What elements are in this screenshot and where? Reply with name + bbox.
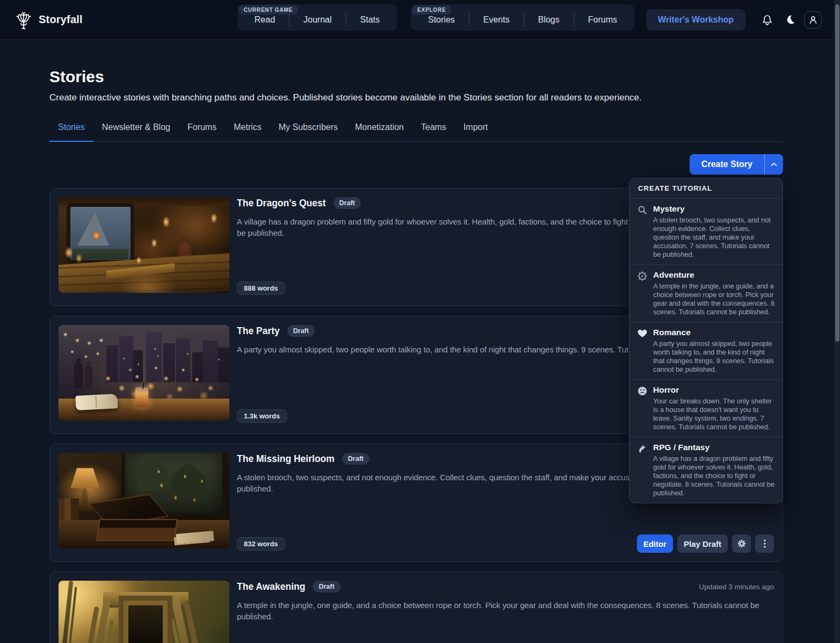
writers-workshop-button[interactable]: Writer's Workshop	[646, 9, 745, 31]
dropdown-item-rpg-fantasy[interactable]: RPG / Fantasy A village has a dragon pro…	[629, 437, 783, 503]
word-count-badge: 1.3k words	[237, 409, 287, 423]
draft-badge: Draft	[342, 453, 370, 465]
updated-timestamp: Updated 3 minutes ago	[699, 583, 774, 591]
nav-item-forums[interactable]: Forums	[574, 13, 631, 26]
magnifier-icon	[638, 205, 647, 259]
word-count-badge: 832 words	[237, 537, 285, 551]
bell-icon[interactable]	[762, 14, 773, 26]
word-count-badge: 888 words	[237, 281, 285, 295]
tab-stories[interactable]: Stories	[49, 122, 93, 141]
tab-newsletter-blog[interactable]: Newsletter & Blog	[93, 122, 179, 141]
dropdown-item-title: RPG / Fantasy	[653, 442, 776, 452]
nav-group-label: EXPLORE	[412, 5, 451, 15]
chevron-up-icon	[771, 162, 777, 167]
dropdown-item-description: A stolen brooch, two suspects, and not e…	[653, 216, 776, 259]
page-scrollbar-track[interactable]	[834, 0, 840, 643]
dropdown-item-adventure[interactable]: Adventure A temple in the jungle, one gu…	[629, 264, 783, 322]
page-subtitle: Create interactive stories with branchin…	[49, 92, 783, 103]
create-story-button[interactable]: Create Story	[690, 154, 764, 175]
nav-group-current-game: CURRENT GAME Read Journal Stats	[237, 4, 397, 31]
dropdown-item-title: Horror	[653, 385, 776, 395]
more-options-kebab-button[interactable]	[755, 534, 774, 553]
dropdown-item-title: Romance	[653, 327, 776, 337]
draft-badge: Draft	[313, 581, 340, 593]
story-card[interactable]: The Awakening Draft Updated 3 minutes ag…	[49, 572, 783, 643]
dropdown-item-romance[interactable]: Romance A party you almost skipped, two …	[629, 322, 783, 379]
tab-import[interactable]: Import	[455, 122, 496, 141]
user-menu-button[interactable]	[804, 11, 822, 28]
nav-item-events[interactable]: Events	[469, 13, 524, 26]
tab-bar: Stories Newsletter & Blog Forums Metrics…	[49, 122, 783, 142]
dropdown-header: CREATE TUTORIAL	[629, 178, 783, 199]
brand-name: Storyfall	[39, 13, 83, 26]
brand[interactable]: Storyfall	[15, 10, 83, 30]
story-title[interactable]: The Party	[237, 326, 280, 337]
story-title[interactable]: The Missing Heirloom	[237, 453, 335, 465]
nav-item-read[interactable]: Read	[241, 13, 289, 26]
create-story-menu-toggle[interactable]	[764, 154, 783, 175]
nav-item-journal[interactable]: Journal	[289, 13, 345, 26]
dropdown-item-description: A party you almost skipped, two people w…	[653, 339, 776, 374]
editor-button[interactable]: Editor	[637, 534, 673, 553]
story-title[interactable]: The Awakening	[237, 581, 305, 593]
tab-forums[interactable]: Forums	[179, 122, 225, 141]
tab-metrics[interactable]: Metrics	[225, 122, 270, 141]
dropdown-item-title: Adventure	[653, 270, 776, 280]
story-title[interactable]: The Dragon's Quest	[237, 198, 326, 209]
heart-icon	[638, 329, 647, 374]
draft-badge: Draft	[287, 325, 315, 337]
frown-face-icon	[638, 386, 647, 431]
nav-item-blogs[interactable]: Blogs	[524, 13, 574, 26]
tab-my-subscribers[interactable]: My Subscribers	[270, 122, 346, 141]
tab-teams[interactable]: Teams	[412, 122, 455, 141]
dragon-icon	[638, 444, 647, 497]
page-actions-row: Create Story	[49, 154, 783, 175]
nav-item-stories[interactable]: Stories	[414, 13, 469, 26]
dropdown-item-mystery[interactable]: Mystery A stolen brooch, two suspects, a…	[629, 199, 783, 264]
page-title: Stories	[49, 68, 783, 86]
dropdown-item-description: Your car breaks down. The only shelter i…	[653, 397, 776, 431]
dropdown-item-horror[interactable]: Horror Your car breaks down. The only sh…	[629, 379, 783, 437]
dropdown-item-description: A village has a dragon problem and fifty…	[653, 454, 776, 497]
story-description: A temple in the jungle, one guide, and a…	[237, 599, 774, 623]
nav-right-cluster: Writer's Workshop	[646, 9, 822, 31]
nav-item-stats[interactable]: Stats	[346, 13, 394, 26]
storyfall-tree-logo-icon	[15, 10, 32, 30]
story-cover-image	[59, 581, 229, 643]
story-cover-image	[59, 197, 229, 293]
story-cover-image	[59, 325, 229, 421]
nav-group-label: CURRENT GAME	[239, 5, 298, 15]
create-tutorial-dropdown: CREATE TUTORIAL Mystery A stolen brooch,…	[629, 178, 783, 503]
settings-gear-button[interactable]	[732, 534, 751, 553]
create-story-split-button: Create Story	[690, 154, 783, 175]
moon-icon[interactable]	[785, 15, 795, 25]
tab-monetization[interactable]: Monetization	[346, 122, 412, 141]
play-draft-button[interactable]: Play Draft	[677, 534, 728, 553]
nav-group-explore: EXPLORE Stories Events Blogs Forums	[411, 4, 634, 31]
top-navbar: Storyfall CURRENT GAME Read Journal Stat…	[0, 0, 840, 40]
dropdown-item-title: Mystery	[653, 204, 776, 214]
page-scrollbar-thumb[interactable]	[835, 4, 839, 342]
dropdown-item-description: A temple in the jungle, one guide, and a…	[653, 282, 776, 316]
story-cover-image	[59, 453, 229, 548]
draft-badge: Draft	[334, 197, 361, 209]
compass-icon	[638, 271, 647, 316]
